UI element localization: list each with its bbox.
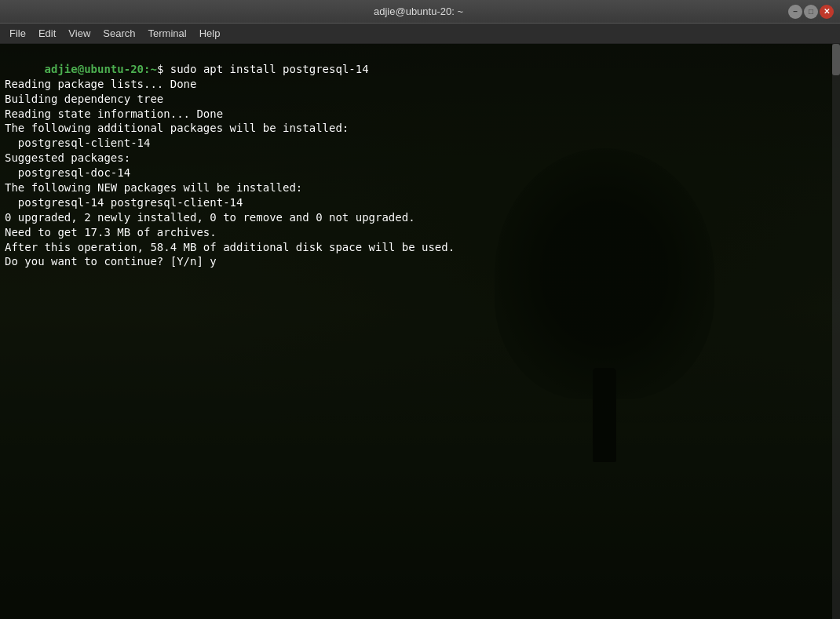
output-line-6: Suggested packages: xyxy=(5,151,130,164)
scrollbar[interactable] xyxy=(832,44,840,619)
output-line-5: postgresql-client-14 xyxy=(5,137,150,149)
output-line-4: The following additional packages will b… xyxy=(5,122,349,134)
close-button[interactable]: ✕ xyxy=(820,5,834,19)
menu-file[interactable]: File xyxy=(3,26,32,41)
menu-edit[interactable]: Edit xyxy=(32,26,62,41)
window-title: adjie@ubuntu-20: ~ xyxy=(49,5,788,17)
title-bar: adjie@ubuntu-20: ~ – □ ✕ xyxy=(0,0,840,24)
minimize-button[interactable]: – xyxy=(788,5,802,19)
window-controls: – □ ✕ xyxy=(788,5,834,19)
output-line-12: After this operation, 58.4 MB of additio… xyxy=(5,241,455,253)
menu-view[interactable]: View xyxy=(62,26,97,41)
scrollbar-thumb[interactable] xyxy=(832,44,840,75)
terminal-content[interactable]: adjie@ubuntu-20:~$ sudo apt install post… xyxy=(0,44,840,619)
terminal-output: adjie@ubuntu-20:~$ sudo apt install post… xyxy=(5,47,835,284)
menu-bar: File Edit View Search Terminal Help xyxy=(0,24,840,44)
prompt-user: adjie@ubuntu-20:~ xyxy=(45,63,157,75)
output-line-1: Reading package lists... Done xyxy=(5,78,196,90)
maximize-button[interactable]: □ xyxy=(804,5,818,19)
output-line-3: Reading state information... Done xyxy=(5,107,223,120)
output-line-2: Building dependency tree xyxy=(5,93,163,105)
terminal-window: adjie@ubuntu-20: ~ – □ ✕ File Edit View … xyxy=(0,0,840,619)
output-line-7: postgresql-doc-14 xyxy=(5,166,130,179)
menu-terminal[interactable]: Terminal xyxy=(142,26,193,41)
menu-search[interactable]: Search xyxy=(97,26,141,41)
prompt-dollar: $ xyxy=(157,63,170,75)
output-line-11: Need to get 17.3 MB of archives. xyxy=(5,226,217,238)
menu-help[interactable]: Help xyxy=(193,26,227,41)
output-line-10: 0 upgraded, 2 newly installed, 0 to remo… xyxy=(5,211,415,224)
prompt-command: sudo apt install postgresql-14 xyxy=(170,63,369,75)
output-line-9: postgresql-14 postgresql-client-14 xyxy=(5,196,243,209)
output-line-13: Do you want to continue? [Y/n] y xyxy=(5,255,217,268)
output-line-8: The following NEW packages will be insta… xyxy=(5,181,302,194)
